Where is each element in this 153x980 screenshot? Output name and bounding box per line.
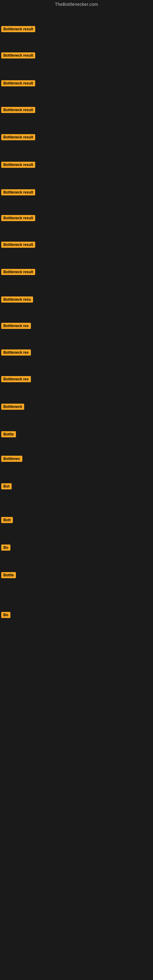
bottleneck-badge-15[interactable]: Bottleneck — [1, 404, 24, 410]
bottleneck-badge-3[interactable]: Bottleneck result — [1, 80, 35, 86]
bottleneck-badge-22[interactable]: Bo — [1, 612, 10, 618]
bottleneck-badge-2[interactable]: Bottleneck result — [1, 52, 35, 59]
bottleneck-badge-7[interactable]: Bottleneck result — [1, 189, 35, 196]
bottleneck-badge-18[interactable]: Bot — [1, 483, 12, 489]
bottleneck-badge-17[interactable]: Bottlenec — [1, 456, 22, 462]
bottleneck-badge-12[interactable]: Bottleneck res — [1, 323, 31, 329]
bottleneck-badge-19[interactable]: Bott — [1, 517, 13, 523]
badges-container: Bottleneck resultBottleneck resultBottle… — [0, 9, 153, 980]
bottleneck-badge-11[interactable]: Bottleneck resu — [1, 296, 33, 302]
bottleneck-badge-14[interactable]: Bottleneck res — [1, 376, 31, 382]
bottleneck-badge-20[interactable]: Bo — [1, 544, 10, 550]
site-title: TheBottlenecker.com — [0, 0, 153, 9]
bottleneck-badge-6[interactable]: Bottleneck result — [1, 162, 35, 168]
bottleneck-badge-16[interactable]: Bottle — [1, 431, 16, 438]
bottleneck-badge-4[interactable]: Bottleneck result — [1, 107, 35, 113]
bottleneck-badge-1[interactable]: Bottleneck result — [1, 26, 35, 32]
bottleneck-badge-5[interactable]: Bottleneck result — [1, 134, 35, 140]
bottleneck-badge-9[interactable]: Bottleneck result — [1, 242, 35, 248]
bottleneck-badge-13[interactable]: Bottleneck res — [1, 350, 31, 356]
bottleneck-badge-21[interactable]: Bottle — [1, 572, 16, 578]
bottleneck-badge-10[interactable]: Bottleneck result — [1, 269, 35, 275]
bottleneck-badge-8[interactable]: Bottleneck result — [1, 215, 35, 221]
